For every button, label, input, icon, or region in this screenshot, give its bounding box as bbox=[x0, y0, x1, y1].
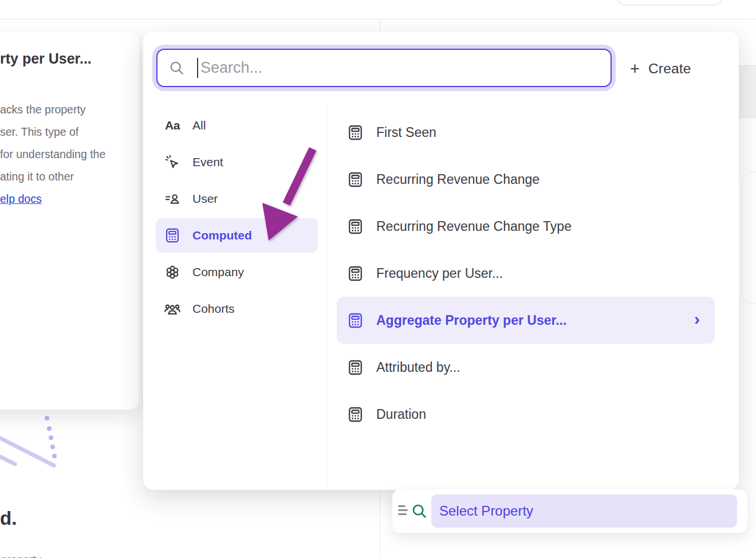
user-list-icon bbox=[164, 190, 181, 207]
category-sidebar: Aa All Event bbox=[156, 108, 318, 328]
property-duration[interactable]: Duration bbox=[337, 391, 715, 438]
property-picker-modal: + Create Aa All bbox=[143, 32, 739, 490]
property-first-seen[interactable]: First Seen bbox=[337, 109, 715, 156]
select-property-card: Select Property bbox=[392, 489, 747, 533]
category-cohorts[interactable]: Cohorts bbox=[156, 292, 318, 326]
category-computed[interactable]: Computed bbox=[156, 218, 318, 253]
calculator-icon bbox=[347, 359, 364, 376]
help-docs-link[interactable]: elp docs bbox=[0, 192, 42, 206]
partial-card-right bbox=[742, 172, 756, 304]
calculator-icon bbox=[347, 312, 364, 329]
category-event[interactable]: Event bbox=[156, 145, 318, 179]
tooltip-text-line: ating it to other bbox=[0, 170, 74, 183]
property-list: First Seen Recurring Revenue Change Recu… bbox=[337, 109, 715, 438]
drag-handle-icon[interactable] bbox=[398, 505, 408, 517]
decorative-dot bbox=[50, 445, 55, 449]
chevron-right-icon: › bbox=[694, 311, 700, 328]
calculator-icon bbox=[347, 218, 364, 235]
clipped-purple-text: property bbox=[1, 553, 70, 558]
property-aggregate-property-per-user[interactable]: Aggregate Property per User... › bbox=[337, 297, 715, 344]
tooltip-title: rty per User... bbox=[0, 50, 92, 67]
create-button[interactable]: + Create bbox=[630, 54, 716, 83]
search-input[interactable] bbox=[156, 49, 612, 87]
tooltip-text-line: ser. This type of bbox=[0, 125, 78, 139]
property-recurring-revenue-change-type[interactable]: Recurring Revenue Change Type bbox=[337, 203, 715, 250]
category-user[interactable]: User bbox=[156, 182, 318, 216]
calculator-icon bbox=[347, 124, 364, 141]
calculator-icon bbox=[347, 171, 364, 188]
decorative-dot bbox=[52, 454, 57, 458]
background-gray-band bbox=[739, 65, 756, 118]
property-tooltip-card: rty per User... acks the property ser. T… bbox=[0, 32, 139, 410]
plus-icon: + bbox=[630, 61, 640, 77]
company-cluster-icon bbox=[164, 264, 181, 281]
decorative-dot bbox=[47, 426, 52, 431]
modal-divider bbox=[326, 106, 327, 485]
calculator-icon bbox=[347, 265, 364, 282]
clipped-heading: d. bbox=[0, 508, 17, 529]
property-recurring-revenue-change[interactable]: Recurring Revenue Change bbox=[337, 156, 715, 203]
tooltip-text-line: for understanding the bbox=[0, 148, 105, 161]
select-property-button[interactable]: Select Property bbox=[431, 494, 737, 528]
category-all[interactable]: Aa All bbox=[156, 108, 318, 143]
decorative-dot bbox=[49, 435, 53, 440]
tooltip-text-line: acks the property bbox=[0, 103, 86, 116]
partial-card-top bbox=[617, 0, 722, 6]
page: d. property rty per User... acks the pro… bbox=[0, 0, 756, 558]
event-click-icon bbox=[164, 154, 181, 171]
decorative-dot bbox=[45, 416, 49, 421]
calculator-icon bbox=[347, 406, 364, 423]
top-divider bbox=[0, 19, 756, 19]
text-aa-icon: Aa bbox=[164, 117, 181, 134]
property-attributed-by[interactable]: Attributed by... bbox=[337, 344, 715, 391]
calculator-icon bbox=[164, 227, 181, 244]
category-company[interactable]: Company bbox=[156, 255, 318, 289]
property-frequency-per-user[interactable]: Frequency per User... bbox=[337, 250, 715, 297]
property-search-icon bbox=[411, 502, 428, 520]
cohorts-people-icon bbox=[164, 300, 181, 317]
